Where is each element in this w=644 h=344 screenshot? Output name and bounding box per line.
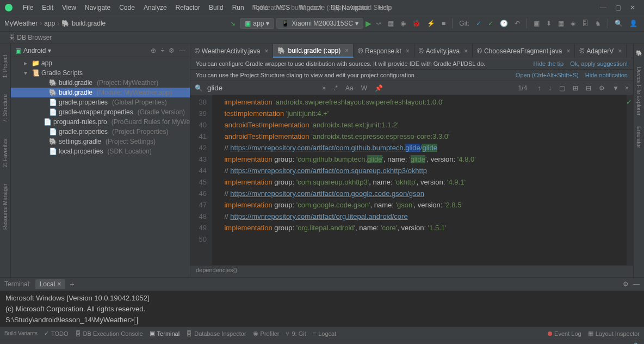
- close-icon[interactable]: ×: [406, 47, 410, 55]
- menu-edit[interactable]: Edit: [38, 4, 58, 11]
- assistant-icon[interactable]: ♞: [593, 20, 603, 27]
- profile-icon[interactable]: ◉: [398, 20, 408, 27]
- editor-tab[interactable]: 🐘build.gradle (:app)×: [273, 44, 354, 58]
- terminal-body[interactable]: Microsoft Windows [Version 10.0.19042.10…: [0, 291, 644, 327]
- git-tab[interactable]: ⑂ 9: Git: [286, 330, 306, 337]
- tool-structure[interactable]: 7: Structure: [2, 94, 8, 122]
- search-input[interactable]: [207, 84, 316, 92]
- resource-icon[interactable]: ◈: [568, 20, 578, 27]
- prev-match-icon[interactable]: ↑: [536, 84, 542, 92]
- menu-build[interactable]: Build: [205, 4, 228, 11]
- tool-device-explorer[interactable]: Device File Explorer: [636, 67, 642, 115]
- collapse-icon[interactable]: ÷: [160, 47, 164, 54]
- layout-inspector-tab[interactable]: ▦ Layout Inspector: [588, 330, 640, 337]
- attach-icon[interactable]: 🐞: [410, 20, 423, 27]
- editor-tab[interactable]: ©ChooseAreaFragment.java×: [473, 44, 575, 58]
- hide-icon[interactable]: —: [179, 47, 185, 54]
- event-log-tab[interactable]: Event Log: [548, 330, 581, 337]
- tool-favorites[interactable]: 2: Favorites: [2, 139, 8, 167]
- git-update-icon[interactable]: ✓: [474, 20, 484, 27]
- settings-icon[interactable]: ⚙: [597, 84, 606, 92]
- menu-refactor[interactable]: Refactor: [171, 4, 205, 11]
- close-icon[interactable]: ×: [57, 280, 61, 288]
- stop-icon[interactable]: ■: [439, 20, 448, 27]
- close-icon[interactable]: ×: [464, 47, 468, 55]
- sdk-icon[interactable]: ⬇: [544, 20, 554, 27]
- filter-icon[interactable]: ▼: [611, 84, 621, 92]
- editor-tab[interactable]: ©AdapterV×: [575, 44, 627, 58]
- editor-tab[interactable]: ®Response.kt×: [354, 44, 414, 58]
- close-find-icon[interactable]: ×: [625, 84, 629, 92]
- regex-icon[interactable]: .*: [332, 84, 339, 92]
- tree-item[interactable]: 📄local.properties(SDK Location): [11, 146, 190, 156]
- hide-notification-link[interactable]: Hide notification: [585, 72, 628, 78]
- close-icon[interactable]: ×: [618, 47, 622, 55]
- tree-item[interactable]: 📄gradle.properties(Global Properties): [11, 97, 190, 107]
- layout-icon[interactable]: ▦: [556, 20, 566, 27]
- open-structure-link[interactable]: Open (Ctrl+Alt+Shift+S): [516, 72, 579, 78]
- tool-emulator[interactable]: Emulator: [636, 126, 642, 148]
- maximize-button[interactable]: ▢: [615, 4, 621, 11]
- hide-tip-link[interactable]: Hide the tip: [534, 60, 564, 67]
- logcat-tab[interactable]: ≡ Logcat: [313, 330, 336, 337]
- debug-icon[interactable]: ⤻: [374, 20, 383, 27]
- project-view-dropdown[interactable]: ▣ Android ▾: [15, 47, 51, 54]
- remove-selection-icon[interactable]: ⊟: [584, 84, 593, 92]
- new-terminal-button[interactable]: +: [70, 280, 74, 288]
- code-editor[interactable]: 38394041424344454647484950 implementatio…: [190, 95, 633, 265]
- db-console-tab[interactable]: 🗄 DB Execution Console: [75, 330, 143, 337]
- close-icon[interactable]: ×: [264, 47, 268, 55]
- terminal-tab[interactable]: ▣ Terminal: [150, 330, 180, 337]
- gear-icon[interactable]: ⚙: [169, 47, 175, 54]
- git-history-icon[interactable]: 🕐: [498, 20, 510, 27]
- sync-icon[interactable]: ↘: [228, 20, 238, 27]
- editor-tab[interactable]: ©WeatherActivity.java×: [190, 44, 273, 58]
- db-browser-tab[interactable]: 🗄 DB Browser: [0, 32, 644, 44]
- next-match-icon[interactable]: ↓: [547, 84, 553, 92]
- hide-icon[interactable]: —: [633, 280, 640, 288]
- user-icon[interactable]: 👤: [627, 20, 640, 27]
- add-selection-icon[interactable]: ⊞: [571, 84, 580, 92]
- close-icon[interactable]: ×: [345, 47, 349, 54]
- apply-icon[interactable]: ⚡: [425, 20, 437, 27]
- menu-file[interactable]: File: [18, 4, 38, 11]
- project-tree[interactable]: ▸📁app▾📜Gradle Scripts🐘build.gradle(Proje…: [11, 57, 190, 277]
- tool-gradle[interactable]: 🐘: [636, 50, 642, 56]
- profiler-tab[interactable]: ◉ Profiler: [253, 330, 280, 337]
- git-rollback-icon[interactable]: ↶: [512, 20, 522, 27]
- tree-item[interactable]: ▾📜Gradle Scripts: [11, 68, 190, 78]
- search-icon[interactable]: 🔍: [612, 20, 625, 27]
- breadcrumb-file[interactable]: build.gradle: [72, 20, 106, 27]
- avd-icon[interactable]: ▣: [531, 20, 542, 27]
- tool-project[interactable]: 1: Project: [2, 55, 8, 78]
- code-breadcrumb[interactable]: dependencies{}: [190, 265, 633, 277]
- tree-item[interactable]: 🐘settings.gradle(Project Settings): [11, 137, 190, 146]
- pin-icon[interactable]: 📌: [373, 84, 385, 92]
- db-inspector-tab[interactable]: 🗄 Database Inspector: [186, 330, 246, 337]
- apply-suggestion-link[interactable]: Ok, apply suggestion!: [570, 60, 628, 67]
- git-commit-icon[interactable]: ✓: [486, 20, 496, 27]
- menu-run[interactable]: Run: [228, 4, 249, 11]
- tree-item[interactable]: 🐘build.gradle(Module: MyWeather.app): [11, 88, 190, 97]
- case-icon[interactable]: Aa: [344, 84, 355, 92]
- device-dropdown[interactable]: 📱 Xiaomi M2003J15SC ▾: [276, 18, 363, 29]
- breadcrumb-module[interactable]: app: [44, 20, 55, 27]
- gear-icon[interactable]: ⚙: [623, 280, 629, 288]
- minimize-button[interactable]: —: [600, 4, 606, 11]
- coverage-icon[interactable]: ▦: [386, 20, 396, 27]
- editor-tab[interactable]: ©Activity.java×: [414, 44, 473, 58]
- todo-tab[interactable]: ✓ TODO: [44, 330, 69, 337]
- close-icon[interactable]: ×: [566, 47, 570, 55]
- db-icon[interactable]: 🗄: [580, 20, 591, 27]
- tree-item[interactable]: ▸📁app: [11, 58, 190, 68]
- tree-item[interactable]: 📄gradle-wrapper.properties(Gradle Versio…: [11, 107, 190, 117]
- breadcrumb-project[interactable]: MyWeather: [4, 20, 38, 27]
- close-button[interactable]: ✕: [630, 4, 635, 11]
- tree-item[interactable]: 📄proguard-rules.pro(ProGuard Rules for M…: [11, 117, 190, 127]
- target-icon[interactable]: ⊕: [151, 47, 156, 54]
- word-icon[interactable]: W: [360, 84, 369, 92]
- menu-analyze[interactable]: Analyze: [139, 4, 171, 11]
- left-gutter-build-variants[interactable]: Build Variants: [4, 330, 38, 336]
- tree-item[interactable]: 🐘build.gradle(Project: MyWeather): [11, 78, 190, 88]
- terminal-tab-local[interactable]: Local ×: [35, 279, 66, 289]
